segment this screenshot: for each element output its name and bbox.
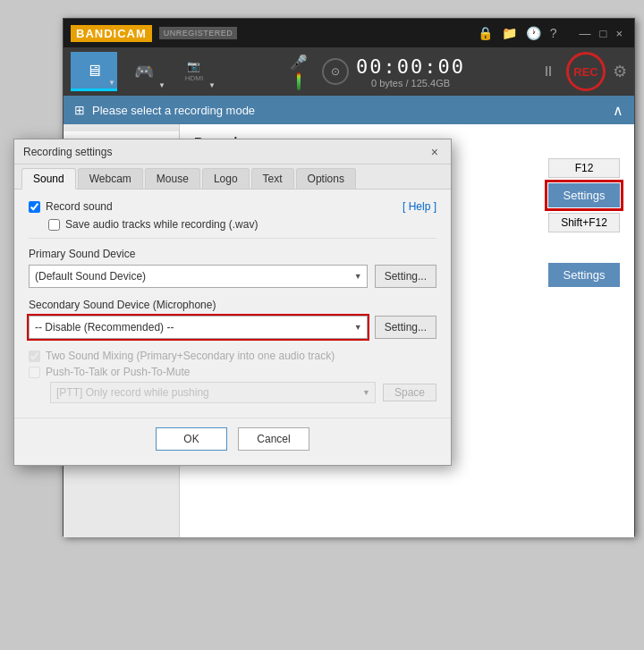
- title-bar: BANDICAM UNREGISTERED 🔒 📁 🕐 ? — □ ×: [64, 19, 634, 47]
- save-audio-row: Save audio tracks while recording (.wav): [29, 218, 436, 231]
- tab-webcam[interactable]: Webcam: [78, 168, 143, 189]
- timer-area: 00:00:00 0 bytes / 125.4GB: [356, 55, 465, 89]
- two-sound-row: Two Sound Mixing (Primary+Secondary into…: [29, 350, 436, 362]
- recording-settings-dialog[interactable]: Recording settings × Sound Webcam Mouse …: [13, 139, 452, 466]
- save-audio-checkbox[interactable]: [48, 219, 60, 231]
- tab-bar: Sound Webcam Mouse Logo Text Options: [14, 165, 451, 190]
- secondary-select-wrapper: -- Disable (Recommended) --: [29, 316, 368, 339]
- mode-text: Please select a recording mode: [92, 104, 255, 117]
- hdmi-icon: 📷HDMI: [185, 61, 203, 82]
- minimize-button[interactable]: —: [575, 25, 596, 42]
- rec-button[interactable]: REC: [566, 52, 606, 91]
- record-sound-checkbox[interactable]: [29, 201, 40, 213]
- tab-options[interactable]: Options: [296, 168, 356, 189]
- timer-display: 00:00:00: [356, 55, 465, 78]
- divider-1: [29, 238, 436, 239]
- lock-icon: 🔒: [478, 26, 493, 40]
- toolbar: 🖥 ▼ 🎮 ▼ 📷HDMI ▼ 🎤 ⊙ 00:00:00 0 bytes / 1…: [64, 47, 634, 96]
- two-sound-checkbox: [29, 350, 40, 362]
- bandicam-logo: BANDICAM: [71, 25, 152, 42]
- push-talk-label: Push-To-Talk or Push-To-Mute: [46, 366, 190, 378]
- microphone-icon: 🎤: [290, 54, 308, 71]
- ptt-key-display: Space: [383, 384, 436, 401]
- two-sound-label: Two Sound Mixing (Primary+Secondary into…: [46, 350, 335, 362]
- unregistered-badge: UNREGISTERED: [159, 27, 238, 39]
- tab-logo[interactable]: Logo: [202, 168, 250, 189]
- record-sound-row: Record sound [ Help ]: [29, 200, 436, 213]
- ptt-select-wrapper: [PTT] Only record while pushing: [50, 382, 376, 403]
- primary-device-label: Primary Sound Device: [29, 248, 436, 260]
- dialog-titlebar: Recording settings ×: [14, 139, 451, 165]
- pause-button[interactable]: ⏸: [538, 60, 559, 83]
- screen-icon: 🖥: [86, 63, 102, 79]
- dropdown-arrow2: ▼: [158, 81, 165, 89]
- primary-device-select[interactable]: (Default Sound Device): [29, 265, 368, 288]
- settings-button-secondary[interactable]: Settings: [548, 263, 620, 287]
- secondary-device-label: Secondary Sound Device (Microphone): [29, 299, 436, 311]
- clock-icon: 🕐: [526, 26, 541, 40]
- mode-bar: ⊞ Please select a recording mode ∧: [64, 96, 634, 124]
- record-sound-label: Record sound: [46, 200, 113, 213]
- mic-area: 🎤: [290, 54, 308, 90]
- folder-icon: 📁: [502, 26, 517, 40]
- tab-text[interactable]: Text: [251, 168, 294, 189]
- tab-mouse[interactable]: Mouse: [145, 168, 200, 189]
- secondary-device-select[interactable]: -- Disable (Recommended) --: [29, 316, 368, 339]
- push-talk-checkbox: [29, 367, 40, 378]
- cancel-button[interactable]: Cancel: [238, 427, 309, 451]
- close-button[interactable]: ×: [611, 25, 627, 42]
- hotkey-value-1: F12: [548, 158, 620, 178]
- help-link[interactable]: [ Help ]: [402, 200, 436, 213]
- gamepad-icon: 🎮: [134, 63, 154, 80]
- secondary-device-row: -- Disable (Recommended) -- Setting...: [29, 316, 436, 339]
- primary-setting-button[interactable]: Setting...: [375, 265, 436, 288]
- toolbar-middle: 🎤 ⊙ 00:00:00 0 bytes / 125.4GB: [221, 54, 534, 90]
- dialog-close-button[interactable]: ×: [428, 145, 442, 159]
- screen-record-button[interactable]: 🖥 ▼: [71, 52, 117, 91]
- storage-display: 0 bytes / 125.4GB: [356, 78, 465, 89]
- dialog-footer: OK Cancel: [14, 418, 451, 465]
- dialog-body: Record sound [ Help ] Save audio tracks …: [14, 190, 451, 418]
- ptt-row: [PTT] Only record while pushing Space: [29, 382, 436, 403]
- dropdown-arrow: ▼: [108, 79, 115, 87]
- primary-device-row: (Default Sound Device) Setting...: [29, 265, 436, 288]
- ok-button[interactable]: OK: [156, 427, 227, 451]
- primary-select-wrapper: (Default Sound Device): [29, 265, 368, 288]
- settings-gear-icon[interactable]: ⚙: [613, 62, 627, 81]
- help-icon: ?: [550, 26, 557, 40]
- toolbar-controls: ⏸ REC ⚙: [538, 52, 627, 91]
- grid-icon: ⊞: [74, 103, 85, 117]
- mic-level-bar: [297, 72, 301, 90]
- hotkey-value-2: Shift+F12: [548, 213, 620, 232]
- dropdown-arrow3: ▼: [208, 81, 216, 89]
- device-record-button[interactable]: 📷HDMI ▼: [171, 52, 217, 91]
- dialog-title: Recording settings: [23, 146, 428, 158]
- push-talk-row: Push-To-Talk or Push-To-Mute: [29, 366, 436, 378]
- save-audio-label: Save audio tracks while recording (.wav): [65, 218, 258, 231]
- webcam-icon: ⊙: [322, 58, 349, 85]
- tab-sound[interactable]: Sound: [21, 168, 76, 190]
- secondary-setting-button[interactable]: Setting...: [375, 316, 436, 339]
- maximize-button[interactable]: □: [596, 25, 612, 42]
- chevron-up-icon: ∧: [613, 102, 623, 119]
- ptt-select: [PTT] Only record while pushing: [50, 382, 376, 403]
- game-record-button[interactable]: 🎮 ▼: [121, 52, 167, 91]
- settings-button-main[interactable]: Settings: [548, 183, 620, 207]
- title-icons: 🔒 📁 🕐 ?: [478, 26, 557, 40]
